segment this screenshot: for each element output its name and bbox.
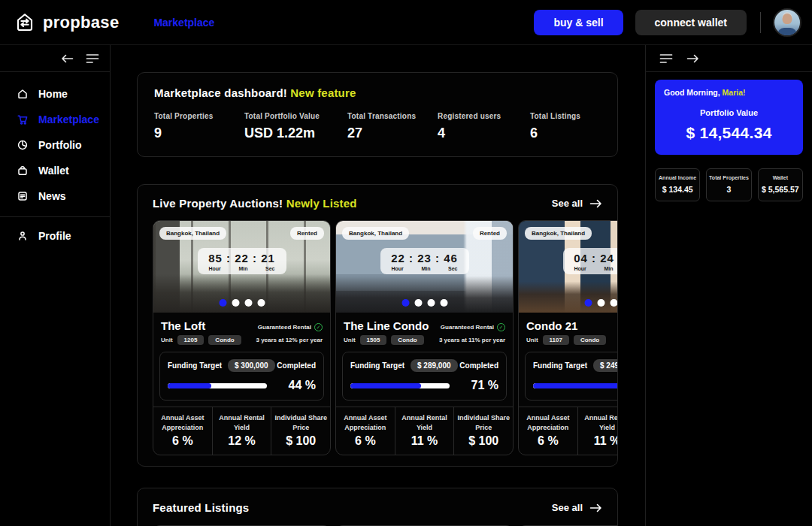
pie-chart-icon [17, 139, 29, 151]
property-card[interactable]: Bangkok, Thailand Rented 22 : 23 : 46 Ho… [335, 220, 514, 455]
guaranteed-rental: Guaranteed Rental ✓ [441, 323, 505, 331]
forward-arrow-icon[interactable] [686, 53, 699, 64]
featured-see-all-link[interactable]: See all [552, 502, 602, 513]
dashboard-stats-panel: Marketplace dashboard! New feature Total… [137, 72, 618, 157]
carousel-dot[interactable] [597, 299, 604, 307]
sidebar-item-news[interactable]: News [0, 183, 110, 209]
carousel-dots [584, 299, 617, 307]
sidebar-item-label: Wallet [38, 165, 69, 177]
mini-card-value: $ 5,565.57 [760, 185, 801, 194]
left-sidebar-topbar [0, 45, 110, 72]
stat-value: 27 [347, 125, 438, 141]
property-image: Bangkok, Thailand Rented 22 : 23 : 46 Ho… [336, 221, 513, 313]
brand[interactable]: propbase [14, 11, 119, 34]
property-name: Condo 21 [526, 319, 577, 332]
stat-value: 6 [530, 125, 580, 141]
carousel-dot[interactable] [584, 299, 592, 307]
stat-value: 4 [438, 125, 530, 141]
dashboard-title: Marketplace dashboard! New feature [154, 86, 601, 99]
funding-progress-bar [533, 383, 617, 388]
funding-progress-fill [533, 383, 617, 388]
property-stat-label: Annual Asset Appreciation [522, 413, 574, 432]
connect-wallet-button[interactable]: connect wallet [635, 10, 747, 35]
guaranteed-rental: Guaranteed Rental ✓ [258, 323, 323, 331]
see-all-label: See all [552, 502, 583, 513]
property-stat-value: 6 % [522, 434, 574, 448]
property-type-chip: Condo [391, 335, 423, 345]
top-header: propbase Marketplace buy & sell connect … [0, 0, 812, 45]
app: propbase Marketplace buy & sell connect … [0, 0, 812, 526]
status-badge: Rented [473, 227, 507, 240]
sidebar-item-marketplace[interactable]: Marketplace [0, 107, 110, 132]
carousel-dot[interactable] [414, 299, 422, 307]
check-icon: ✓ [314, 323, 323, 331]
property-stat-label: Annual Rental Yield [581, 413, 617, 432]
countdown-hour-label: Hour [209, 266, 221, 271]
countdown-hour-label: Hour [392, 266, 404, 271]
sidebar-item-wallet[interactable]: Wallet [0, 158, 110, 183]
funding-target-value: $ 249,000 [593, 359, 617, 372]
property-image: Bangkok, Thailand Rented 04 : 24 : 21 Ho… [519, 221, 617, 313]
portfolio-value: $ 14,544.34 [664, 124, 794, 142]
property-stat-value: $ 100 [457, 434, 510, 448]
stat-registered-users: Registered users 4 [438, 112, 530, 141]
property-card[interactable]: Bangkok, Thailand Rented 85 : 22 : 21 Ho… [153, 220, 331, 455]
property-stat: Annual Asset Appreciation 6 % [519, 407, 578, 455]
completed-percent: 71 % [471, 379, 498, 392]
sidebar-item-label: Marketplace [38, 113, 99, 125]
carousel-dot[interactable] [257, 299, 265, 307]
greeting: Good Morning, Maria! [664, 88, 794, 97]
menu-icon[interactable] [659, 53, 673, 64]
portfolio-summary-card: Good Morning, Maria! Portfolio Value $ 1… [655, 80, 803, 155]
back-arrow-icon[interactable] [61, 53, 74, 64]
sidebar-item-label: Portfolio [38, 139, 82, 151]
carousel-dot[interactable] [427, 299, 435, 307]
sidebar-item-home[interactable]: Home [0, 81, 110, 107]
property-name: The Loft [161, 319, 205, 332]
carousel-dot[interactable] [244, 299, 252, 307]
propbase-logo-icon [14, 11, 36, 34]
sidebar-item-portfolio[interactable]: Portfolio [0, 132, 110, 158]
carousel-dot[interactable] [610, 299, 617, 307]
stat-value: USD 1.22m [244, 125, 347, 141]
carousel-dot[interactable] [401, 299, 409, 307]
funding-target-label: Funding Target [533, 361, 587, 370]
completed-percent: 44 % [289, 379, 316, 392]
header-divider [760, 12, 761, 33]
left-sidebar: Home Marketplace [0, 45, 111, 526]
funding-box: Funding Target $ 289,000 Completed 71 % [342, 352, 507, 401]
property-name: The Line Condo [344, 319, 429, 332]
property-stat-value: 12 % [216, 434, 268, 448]
buy-sell-button[interactable]: buy & sell [534, 10, 623, 35]
mini-stats-row: Annual Income $ 134.45 Total Properties … [655, 168, 803, 201]
dashboard-title-text: Marketplace dashboard! [154, 86, 287, 99]
property-stat-value: 6 % [156, 434, 209, 448]
carousel-dot[interactable] [440, 299, 447, 307]
property-stat-value: 11 % [398, 434, 451, 448]
location-badge: Bangkok, Thailand [342, 227, 409, 240]
property-card[interactable]: Bangkok, Thailand Rented 04 : 24 : 21 Ho… [518, 220, 617, 455]
carousel-dot[interactable] [232, 299, 239, 307]
countdown-sec-label: Sec [265, 266, 274, 271]
stat-label: Registered users [438, 112, 530, 120]
countdown-hour-label: Hour [574, 266, 586, 271]
funding-progress-fill [168, 383, 211, 388]
auction-cards-row: Bangkok, Thailand Rented 85 : 22 : 21 Ho… [153, 220, 617, 455]
greeting-text: Good Morning, [664, 88, 720, 97]
menu-icon[interactable] [86, 53, 99, 64]
mini-card-wallet: Wallet $ 5,565.57 [758, 168, 803, 201]
unit-label: Unit [526, 337, 538, 343]
sidebar-item-label: Home [38, 88, 68, 100]
auctions-see-all-link[interactable]: See all [552, 198, 602, 209]
location-badge: Bangkok, Thailand [159, 227, 226, 240]
check-icon: ✓ [497, 323, 505, 331]
stat-total-listings: Total Listings 6 [530, 112, 580, 141]
property-stat-label: Annual Rental Yield [216, 413, 268, 432]
user-avatar[interactable] [773, 8, 801, 37]
mini-card-annual-income: Annual Income $ 134.45 [655, 168, 700, 201]
funding-box: Funding Target $ 300,000 Completed 44 % [159, 352, 324, 401]
topnav-marketplace-link[interactable]: Marketplace [153, 17, 214, 29]
property-image: Bangkok, Thailand Rented 85 : 22 : 21 Ho… [153, 221, 330, 313]
sidebar-item-profile[interactable]: Profile [0, 223, 110, 249]
carousel-dot[interactable] [219, 299, 226, 307]
